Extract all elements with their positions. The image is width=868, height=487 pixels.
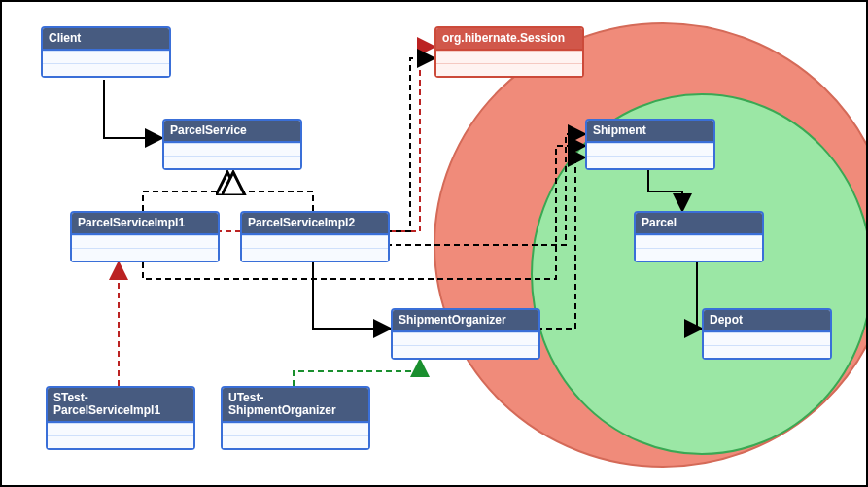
- class-title: Shipment: [587, 121, 713, 143]
- class-title: STest- ParcelServiceImpl1: [48, 388, 193, 423]
- class-title: Parcel: [636, 213, 762, 235]
- edge-shipOrg-to-shipment: [537, 157, 585, 329]
- class-title: Client: [43, 28, 169, 51]
- class-parcel-service-impl2: ParcelServiceImpl2: [240, 211, 390, 262]
- class-parcel-service: ParcelService: [162, 119, 302, 170]
- edge-psi1-inherit: [143, 174, 227, 211]
- class-parcel-service-impl1: ParcelServiceImpl1: [70, 211, 220, 262]
- class-stest-psi1: STest- ParcelServiceImpl1: [46, 386, 195, 450]
- edge-psi2-inherit: [233, 174, 313, 211]
- class-title: ParcelServiceImpl2: [242, 213, 388, 235]
- edge-utest-to-shipOrg: [294, 360, 420, 386]
- class-hibernate-session: org.hibernate.Session: [434, 26, 584, 78]
- class-shipment: Shipment: [585, 119, 715, 170]
- class-op-slot: [43, 63, 169, 76]
- class-title: org.hibernate.Session: [436, 28, 582, 51]
- class-title: UTest- ShipmentOrganizer: [223, 388, 368, 423]
- class-client: Client: [41, 26, 171, 78]
- class-title: ParcelServiceImpl1: [72, 213, 218, 235]
- edge-psi2-to-shipOrg: [313, 262, 391, 329]
- class-depot: Depot: [702, 308, 832, 360]
- diagram-canvas: Client ParcelService ParcelServiceImpl1 …: [0, 0, 868, 487]
- class-title: Depot: [704, 310, 830, 332]
- class-title: ParcelService: [164, 121, 300, 143]
- edge-shipment-to-parcel: [648, 170, 682, 211]
- class-shipment-organizer: ShipmentOrganizer: [391, 308, 540, 360]
- class-title: ShipmentOrganizer: [393, 310, 538, 332]
- edge-psi2-to-session: [386, 58, 434, 231]
- edge-client-to-parcelService: [104, 80, 162, 138]
- class-attr-slot: [43, 51, 169, 63]
- class-parcel: Parcel: [634, 211, 764, 262]
- class-utest-shiporg: UTest- ShipmentOrganizer: [221, 386, 370, 450]
